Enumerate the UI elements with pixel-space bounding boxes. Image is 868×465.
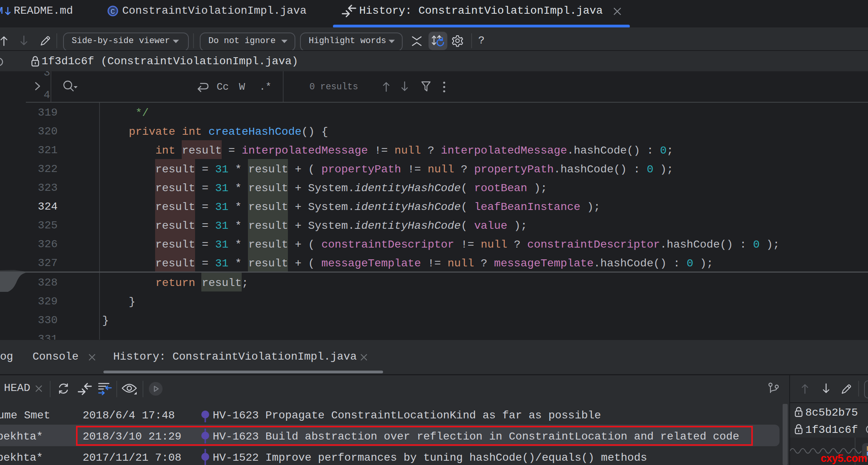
svg-text:C: C: [110, 7, 115, 16]
